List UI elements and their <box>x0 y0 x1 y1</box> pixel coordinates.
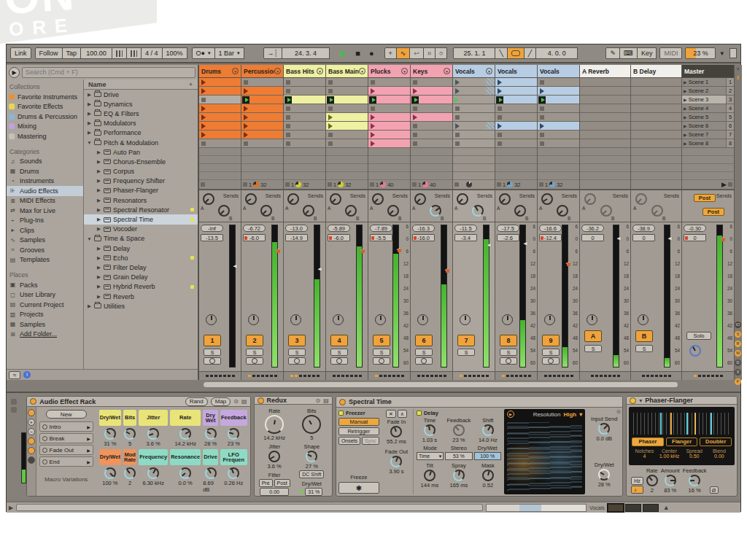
save-preset-icon[interactable]: ▤ <box>241 398 247 405</box>
send-a-knob[interactable] <box>372 193 384 205</box>
rate-knob[interactable] <box>265 415 284 434</box>
mode-dropdown[interactable]: Time▾ <box>417 452 444 460</box>
device-activator[interactable] <box>630 397 636 404</box>
hot-swap-icon[interactable]: ⊙ <box>316 397 321 404</box>
phaser-param[interactable]: Notches4 <box>632 448 657 459</box>
clip-slot[interactable] <box>411 113 452 122</box>
rack-rand-button[interactable]: Rand <box>185 397 208 406</box>
spray-knob[interactable] <box>453 470 465 481</box>
collection-item[interactable]: Favorite Instruments <box>7 92 83 102</box>
clip-slot[interactable] <box>538 139 579 148</box>
stop-all-clips-row[interactable]: ▶ <box>682 180 734 190</box>
freezer-checkbox[interactable] <box>338 411 344 416</box>
clip-slot[interactable] <box>495 104 537 113</box>
tab-doubler[interactable]: Doubler <box>700 438 732 446</box>
macro-knob[interactable] <box>228 428 239 440</box>
tab-phaser[interactable]: Phaser <box>632 438 664 446</box>
track-menu-icon[interactable]: ▾ <box>317 68 323 74</box>
expand-arrow[interactable]: ▶ <box>96 265 101 271</box>
arm-button[interactable] <box>415 357 433 365</box>
sidebar-item-samples[interactable]: ▦Samples <box>7 319 83 330</box>
track-activator-button[interactable]: 7 <box>457 335 475 346</box>
expand-arrow[interactable]: ▶ <box>96 187 101 193</box>
clip-slot[interactable] <box>368 131 410 139</box>
expand-arrow[interactable]: ▶ <box>96 217 101 222</box>
re-enable-automation-button[interactable]: ↩ <box>409 47 424 59</box>
device-thumbnail[interactable] <box>608 504 624 512</box>
clip-slot[interactable] <box>453 139 495 148</box>
scene-row[interactable]: ▶Scene 11 <box>682 78 734 87</box>
clip-slot[interactable] <box>326 104 368 113</box>
time-signature-field[interactable]: 4 / 4 <box>141 47 163 59</box>
clip-slot[interactable] <box>326 96 368 104</box>
mixer-section-toggle-d[interactable]: D <box>735 359 741 366</box>
expand-arrow[interactable]: ▶ <box>87 120 92 126</box>
clip-slot[interactable] <box>284 139 325 148</box>
macro-variation-item[interactable]: Break▶ <box>39 433 93 443</box>
tempo-field[interactable]: 100.00 <box>80 47 112 59</box>
clip-slot[interactable] <box>368 87 410 96</box>
name-column-header[interactable]: Name▲ <box>84 79 198 90</box>
track-activator-button[interactable]: 8 <box>500 335 517 346</box>
phaser-param[interactable]: Center1.00 kHz <box>657 448 681 459</box>
punch-out-button[interactable]: ╱ <box>524 47 536 59</box>
peak-level-display[interactable]: -16.3 <box>412 225 435 232</box>
clip-slot[interactable] <box>326 122 368 131</box>
browser-tree-item[interactable]: ▶Resonators <box>84 195 198 205</box>
clip-slot[interactable] <box>495 96 537 104</box>
clip-slot[interactable] <box>326 113 368 122</box>
track-header[interactable]: Vocals▾ <box>453 65 495 78</box>
filter-pre-button[interactable]: Pre <box>259 479 273 487</box>
macro-value[interactable]: 2 <box>128 480 131 486</box>
device-thumbnail[interactable] <box>643 504 659 512</box>
browser-tree-item[interactable]: ▶Drive <box>84 90 198 99</box>
stop-all-clips-button[interactable] <box>728 182 732 187</box>
param-value[interactable]: 55.2 ms <box>387 438 406 445</box>
browser-tree-item[interactable]: ▶Grain Delay <box>84 273 198 282</box>
param-value[interactable]: 0.0 dB <box>596 435 612 442</box>
fade-out-knob[interactable] <box>390 456 402 467</box>
browser-tree-item[interactable]: ▶Vocoder <box>84 225 198 234</box>
clip-slot[interactable] <box>241 104 283 113</box>
clip-slot[interactable] <box>241 87 283 96</box>
arm-button[interactable] <box>373 357 390 365</box>
volume-field[interactable]: -16.0 <box>412 234 435 241</box>
send-b-knob[interactable] <box>387 205 399 217</box>
track-header[interactable]: Drums▾ <box>199 65 241 78</box>
clip-slot[interactable] <box>368 139 410 148</box>
solo-button[interactable]: S <box>500 349 517 356</box>
peak-level-display[interactable]: -Inf <box>201 225 223 232</box>
sidebar-item-sounds[interactable]: ♫Sounds <box>7 157 83 167</box>
track-header[interactable]: Plucks▾ <box>368 65 410 78</box>
freeze-button[interactable]: ✱ <box>338 482 379 494</box>
sidebar-item-drums[interactable]: ▦Drums <box>7 166 83 176</box>
track-header[interactable]: Keys▾ <box>411 65 452 78</box>
device-thumbnail[interactable] <box>625 504 641 512</box>
clip-slot[interactable] <box>495 113 537 122</box>
fade-in-knob[interactable] <box>390 426 402 438</box>
macro-value[interactable]: 23 % <box>228 440 240 447</box>
volume-field[interactable]: -3.4 <box>454 234 477 241</box>
solo-button[interactable]: S <box>415 349 433 356</box>
bits-knob[interactable] <box>302 415 321 434</box>
clip-slot[interactable] <box>538 131 579 139</box>
scene-play-icon[interactable]: ▶ <box>684 141 687 146</box>
record-button[interactable]: ● <box>365 47 379 59</box>
param-value[interactable]: 3.6 % <box>268 463 282 470</box>
expand-arrow[interactable]: ▼ <box>87 236 92 241</box>
clip-slot[interactable] <box>538 96 579 104</box>
clip-slot[interactable] <box>241 78 283 87</box>
clip-stop-row[interactable] <box>199 180 241 190</box>
spectro-play-icon[interactable]: ▶ <box>507 411 514 418</box>
send-b-knob[interactable] <box>600 205 612 217</box>
scene-play-icon[interactable]: ▶ <box>684 79 687 85</box>
scene-number[interactable]: 2 <box>726 87 734 95</box>
scene-play-icon[interactable]: ▶ <box>684 88 687 93</box>
clip-slot[interactable] <box>368 104 410 113</box>
note-mode-button[interactable]: ♪ <box>631 486 643 494</box>
feedback-knob[interactable] <box>689 475 700 486</box>
time-knob[interactable] <box>424 424 436 436</box>
macro-value[interactable]: 6.30 kHz <box>142 480 164 486</box>
shape-knob[interactable] <box>306 451 317 462</box>
peak-level-display[interactable]: -0.30 <box>684 225 706 232</box>
